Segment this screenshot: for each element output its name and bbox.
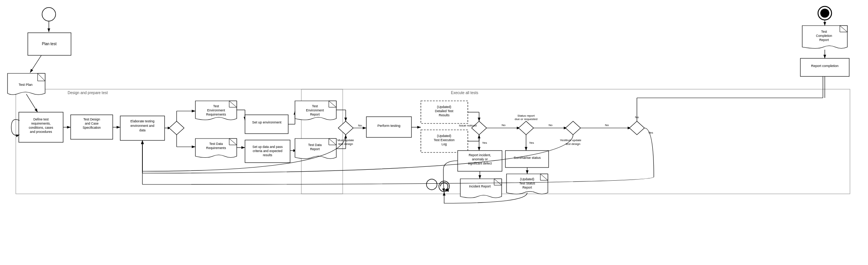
diamond-3: [519, 121, 534, 135]
svg-text:Detailed Test: Detailed Test: [435, 109, 454, 113]
svg-text:Test Data: Test Data: [209, 142, 223, 146]
svg-text:Report: Report: [310, 147, 320, 151]
diamond-issue: [472, 121, 487, 135]
svg-text:No: No: [605, 123, 609, 127]
svg-text:and procedures: and procedures: [30, 130, 52, 134]
svg-text:Test Data: Test Data: [308, 143, 322, 147]
svg-text:Must update: Must update: [565, 139, 582, 142]
svg-text:Report: Report: [522, 186, 532, 189]
svg-text:Set up data and pass: Set up data and pass: [253, 145, 283, 149]
diamond-final: [629, 121, 644, 135]
svg-text:No: No: [549, 123, 553, 127]
arrow-doc-to-define: [26, 94, 38, 112]
svg-text:Must update: Must update: [337, 139, 354, 142]
svg-text:Elaborate testing: Elaborate testing: [130, 119, 154, 123]
svg-text:Status report: Status report: [517, 114, 535, 117]
svg-text:Results: Results: [439, 113, 449, 117]
svg-text:Set up environment: Set up environment: [252, 120, 282, 124]
svg-text:anomaly or: anomaly or: [472, 157, 488, 161]
svg-text:Yes: Yes: [529, 141, 534, 145]
svg-text:Perform testing: Perform testing: [377, 124, 400, 128]
svg-text:Test Execution: Test Execution: [434, 138, 455, 142]
svg-text:Environment: Environment: [207, 108, 225, 112]
loop-circle: [426, 179, 437, 190]
svg-text:Specification: Specification: [83, 126, 101, 129]
svg-text:criteria and expected: criteria and expected: [253, 149, 283, 153]
self-loop-define: [11, 119, 20, 135]
svg-text:Completion: Completion: [816, 34, 832, 38]
define-test-label: Define test: [33, 117, 49, 121]
diamond-1: [169, 121, 184, 135]
svg-text:Test: Test: [213, 104, 219, 108]
svg-text:Test Status: Test Status: [519, 181, 535, 185]
group-design-prepare: [16, 89, 343, 194]
svg-text:Test Design: Test Design: [83, 117, 100, 121]
svg-text:Summarise status: Summarise status: [514, 156, 541, 160]
svg-text:Environment: Environment: [306, 108, 324, 112]
diamond-2: [338, 121, 353, 135]
svg-text:Report incident,: Report incident,: [469, 153, 491, 157]
test-plan-label: Test Plan: [18, 83, 32, 87]
svg-text:Report completion: Report completion: [811, 64, 838, 68]
svg-text:Requirements: Requirements: [206, 146, 226, 150]
svg-text:(Updated): (Updated): [437, 134, 451, 138]
svg-text:Report: Report: [819, 38, 829, 42]
svg-text:(Updated): (Updated): [437, 105, 451, 109]
svg-text:Incident Report: Incident Report: [469, 184, 491, 188]
plan-test-label: Plan test: [42, 42, 57, 46]
svg-text:Yes: Yes: [560, 139, 565, 142]
svg-text:due or requested: due or requested: [515, 117, 538, 121]
svg-point-77: [820, 9, 829, 18]
svg-text:Yes: Yes: [648, 131, 653, 134]
svg-text:No: No: [358, 124, 362, 127]
diagram-container: Design and prepare test Execute all test…: [0, 0, 868, 265]
svg-text:No: No: [635, 116, 639, 119]
svg-text:No: No: [502, 123, 506, 127]
svg-text:and Case: and Case: [85, 122, 99, 125]
setup-env-box: [245, 115, 288, 134]
svg-text:Issue noticed: Issue noticed: [459, 124, 476, 127]
svg-text:Yes: Yes: [482, 141, 487, 145]
svg-text:requirements,: requirements,: [31, 122, 51, 125]
svg-text:data: data: [139, 128, 146, 132]
start-event: [42, 8, 56, 21]
svg-text:Requirements: Requirements: [206, 113, 226, 116]
group-execute-label: Execute all tests: [451, 91, 478, 95]
svg-text:(Updated): (Updated): [520, 177, 534, 181]
group-design-label: Design and prepare test: [68, 91, 108, 95]
svg-text:Test: Test: [312, 104, 318, 108]
svg-text:results: results: [263, 153, 272, 157]
svg-text:Log: Log: [442, 142, 447, 146]
svg-text:environment and: environment and: [130, 124, 154, 128]
diamond-4: [566, 121, 581, 135]
svg-text:Test: Test: [821, 30, 827, 34]
svg-text:Report: Report: [310, 113, 320, 116]
svg-text:conditions, cases: conditions, cases: [29, 126, 53, 129]
arrow-plan-to-doc: [30, 55, 41, 73]
